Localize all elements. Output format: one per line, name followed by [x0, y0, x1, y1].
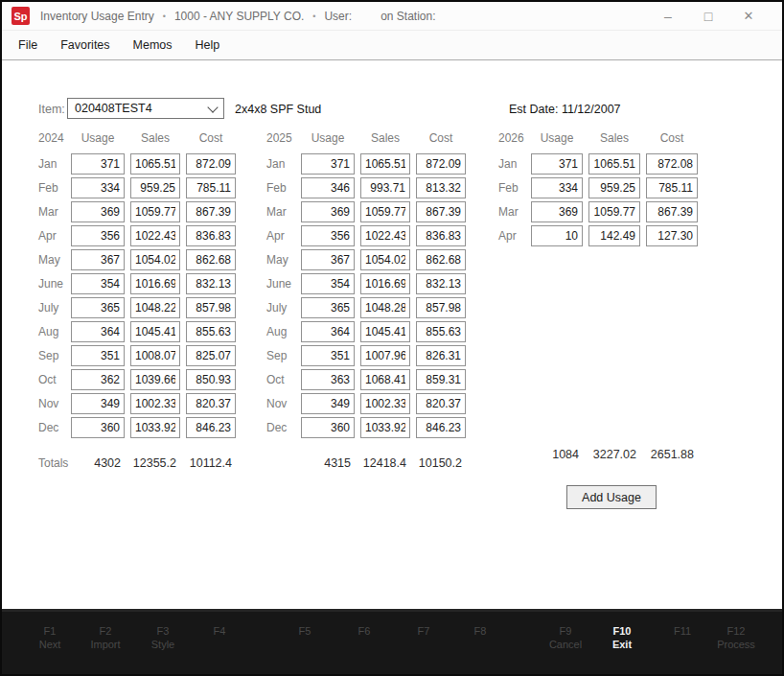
cost-input[interactable] [416, 153, 466, 175]
cost-input[interactable] [186, 417, 236, 438]
sales-input[interactable] [360, 201, 410, 222]
usage-input[interactable] [531, 153, 583, 175]
cost-input[interactable] [416, 369, 466, 390]
cost-input[interactable] [646, 225, 698, 246]
item-combobox[interactable]: 020408TEST4 [67, 98, 224, 119]
cost-input[interactable] [416, 321, 466, 342]
sales-input[interactable] [360, 153, 410, 175]
sales-input[interactable] [130, 321, 180, 342]
sales-input[interactable] [130, 417, 180, 438]
sales-input[interactable] [360, 225, 410, 246]
sales-input[interactable] [360, 177, 410, 198]
cost-input[interactable] [646, 201, 698, 222]
usage-input[interactable] [71, 369, 125, 390]
menu-file[interactable]: File [18, 38, 37, 52]
usage-input[interactable] [71, 201, 125, 222]
maximize-icon[interactable]: □ [700, 10, 717, 23]
menu-memos[interactable]: Memos [133, 38, 173, 52]
usage-input[interactable] [531, 201, 583, 222]
usage-input[interactable] [71, 393, 125, 414]
function-key-f11[interactable]: F11 [652, 624, 713, 638]
usage-input[interactable] [71, 249, 125, 270]
sales-input[interactable] [130, 153, 180, 175]
usage-input[interactable] [531, 177, 583, 198]
usage-input[interactable] [301, 393, 355, 414]
cost-input[interactable] [186, 201, 236, 222]
sales-input[interactable] [360, 345, 410, 366]
usage-input[interactable] [301, 345, 355, 366]
cost-input[interactable] [416, 201, 466, 222]
cost-input[interactable] [186, 369, 236, 390]
usage-input[interactable] [301, 321, 355, 342]
function-key-f4[interactable]: F4 [189, 624, 250, 638]
usage-input[interactable] [71, 321, 125, 342]
usage-input[interactable] [301, 249, 355, 270]
sales-input[interactable] [360, 249, 410, 270]
usage-input[interactable] [301, 273, 355, 294]
sales-input[interactable] [360, 369, 410, 390]
add-usage-button[interactable]: Add Usage [566, 485, 657, 509]
usage-input[interactable] [301, 177, 355, 198]
cost-input[interactable] [646, 153, 698, 175]
sales-input[interactable] [588, 153, 640, 175]
usage-input[interactable] [71, 417, 125, 438]
function-key-f6[interactable]: F6 [334, 624, 395, 638]
menu-help[interactable]: Help [196, 38, 220, 52]
sales-input[interactable] [130, 345, 180, 366]
usage-input[interactable] [531, 225, 583, 246]
usage-input[interactable] [71, 297, 125, 318]
cost-input[interactable] [186, 273, 236, 294]
sales-input[interactable] [360, 393, 410, 414]
cost-input[interactable] [416, 297, 466, 318]
sales-input[interactable] [588, 225, 640, 246]
sales-input[interactable] [588, 177, 640, 198]
usage-input[interactable] [71, 153, 125, 175]
sales-input[interactable] [130, 177, 180, 198]
sales-input[interactable] [360, 321, 410, 342]
function-key-f5[interactable]: F5 [274, 624, 335, 638]
function-key-f8[interactable]: F8 [450, 624, 511, 638]
cost-input[interactable] [416, 273, 466, 294]
function-key-f3[interactable]: F3Style [132, 624, 194, 651]
usage-input[interactable] [301, 417, 355, 438]
cost-input[interactable] [186, 153, 236, 175]
menu-favorites[interactable]: Favorites [60, 38, 109, 52]
sales-input[interactable] [130, 201, 180, 222]
usage-input[interactable] [71, 345, 125, 366]
usage-input[interactable] [71, 225, 125, 246]
sales-input[interactable] [130, 393, 180, 414]
cost-input[interactable] [416, 177, 466, 198]
usage-input[interactable] [71, 177, 125, 198]
minimize-icon[interactable]: – [659, 10, 677, 23]
cost-input[interactable] [186, 249, 236, 270]
sales-input[interactable] [360, 417, 410, 438]
cost-input[interactable] [646, 177, 698, 198]
usage-input[interactable] [301, 153, 355, 175]
sales-input[interactable] [130, 369, 180, 390]
sales-input[interactable] [130, 249, 180, 270]
sales-input[interactable] [130, 273, 180, 294]
sales-input[interactable] [130, 297, 180, 318]
function-key-f10[interactable]: F10Exit [591, 624, 653, 651]
usage-input[interactable] [301, 201, 355, 222]
sales-input[interactable] [130, 225, 180, 246]
cost-input[interactable] [416, 393, 466, 414]
function-key-f1[interactable]: F1Next [19, 624, 81, 651]
usage-input[interactable] [301, 225, 355, 246]
sales-input[interactable] [360, 297, 410, 318]
usage-input[interactable] [71, 273, 125, 294]
close-icon[interactable]: ✕ [740, 10, 757, 23]
cost-input[interactable] [186, 345, 236, 366]
usage-input[interactable] [301, 297, 355, 318]
usage-input[interactable] [301, 369, 355, 390]
cost-input[interactable] [186, 321, 236, 342]
cost-input[interactable] [416, 249, 466, 270]
function-key-f12[interactable]: F12Process [705, 624, 767, 651]
function-key-f7[interactable]: F7 [393, 624, 454, 638]
cost-input[interactable] [186, 393, 236, 414]
cost-input[interactable] [186, 297, 236, 318]
cost-input[interactable] [186, 225, 236, 246]
cost-input[interactable] [416, 345, 466, 366]
function-key-f9[interactable]: F9Cancel [535, 624, 596, 651]
function-key-f2[interactable]: F2Import [75, 624, 136, 651]
